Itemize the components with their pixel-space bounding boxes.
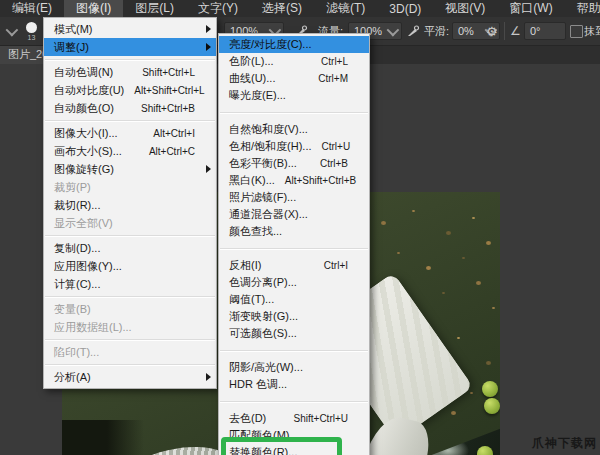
menu-item[interactable]: 曲线(U)... Ctrl+M	[219, 70, 369, 87]
menubar-item[interactable]: 图层(L)	[123, 0, 186, 17]
menu-item[interactable]: 渐变映射(G)...	[219, 308, 369, 325]
menu-item[interactable]: 黑白(K)... Alt+Shift+Ctrl+B	[219, 172, 369, 189]
menu-item-shortcut: Alt+Shift+Ctrl+L	[124, 85, 212, 96]
submenu-arrow-icon	[203, 165, 211, 173]
menu-item[interactable]: 替换颜色(R)...	[219, 444, 369, 455]
menu-item[interactable]: 颜色查找...	[219, 223, 369, 240]
submenu-arrow-icon	[203, 373, 211, 381]
menu-item-label: 曝光度(E)...	[229, 88, 286, 103]
menu-item[interactable]: 画布大小(S)... Alt+Ctrl+C	[44, 142, 216, 160]
chevron-down-icon	[6, 23, 19, 36]
photo-dark-corner	[62, 420, 144, 455]
menu-item[interactable]: 阴影/高光(W)...	[219, 359, 369, 376]
green-apple	[482, 381, 498, 397]
menu-item	[44, 117, 216, 124]
airbrush-icon	[406, 24, 420, 38]
menu-bar: 编辑(E) 图像(I) 图层(L) 文字(Y) 选择(S) 滤镜(T) 3D(D…	[0, 0, 600, 17]
menubar-item[interactable]: 窗口(W)	[497, 0, 564, 17]
menu-item[interactable]: 自动对比度(U) Alt+Shift+Ctrl+L	[44, 81, 216, 99]
tool-preset-chevron[interactable]	[6, 17, 15, 45]
menu-item-label: 通道混合器(X)...	[229, 207, 308, 222]
menu-item-label: 色阶(L)...	[229, 54, 274, 69]
menu-item-label: 颜色查找...	[229, 224, 282, 239]
menu-item[interactable]: 裁剪(P)	[44, 178, 216, 196]
menu-item[interactable]: 匹配颜色(M)	[219, 427, 369, 444]
menu-item	[44, 56, 216, 63]
menu-item-label: 自动颜色(O)	[54, 101, 114, 116]
brush-preview: 13	[26, 22, 37, 41]
menu-item-shortcut: Shift+Ctrl+U	[284, 413, 356, 424]
menu-item-label: HDR 色调...	[229, 377, 287, 392]
menu-item	[219, 104, 369, 121]
menu-item-label: 替换颜色(R)...	[229, 445, 297, 455]
smoothing-label: 平滑:	[424, 17, 449, 45]
menu-item[interactable]: 去色(D) Shift+Ctrl+U	[219, 410, 369, 427]
menu-item[interactable]: 通道混合器(X)...	[219, 206, 369, 223]
menu-item[interactable]: 自动颜色(O) Shift+Ctrl+B	[44, 99, 216, 117]
menu-item-label: 调整(J)	[54, 40, 89, 55]
menu-item[interactable]: 自动色调(N) Shift+Ctrl+L	[44, 63, 216, 81]
menu-item[interactable]: 曝光度(E)...	[219, 87, 369, 104]
menu-item[interactable]: 变量(B)	[44, 300, 216, 318]
menu-item-label: 黑白(K)...	[229, 173, 275, 188]
menubar-item[interactable]: 编辑(E)	[0, 0, 64, 17]
menu-item[interactable]: 亮度/对比度(C)...	[219, 36, 369, 53]
menubar-item[interactable]: 3D(D)	[377, 0, 433, 17]
menu-item-label: 复制(D)...	[54, 241, 100, 256]
smoothing-options-button[interactable]: ⚙	[486, 17, 498, 45]
menu-item[interactable]: 分析(A)	[44, 368, 216, 386]
menu-item[interactable]: 应用数据组(L)...	[44, 318, 216, 336]
menu-item[interactable]: 反相(I) Ctrl+I	[219, 257, 369, 274]
menu-item[interactable]: 裁切(R)...	[44, 196, 216, 214]
menu-item-label: 变量(B)	[54, 302, 91, 317]
erase-history-label: 抹到历史记录	[584, 17, 600, 45]
menu-item[interactable]: 色调分离(P)...	[219, 274, 369, 291]
menu-item[interactable]: 图像大小(I)... Alt+Ctrl+I	[44, 124, 216, 142]
menubar-item[interactable]: 滤镜(T)	[314, 0, 377, 17]
menubar-item[interactable]: 视图(V)	[433, 0, 497, 17]
menu-item[interactable]: 阈值(T)...	[219, 291, 369, 308]
menu-item-label: 反相(I)	[229, 258, 261, 273]
menu-item-label: 照片滤镜(F)...	[229, 190, 296, 205]
menu-item[interactable]: HDR 色调...	[219, 376, 369, 393]
menu-item-label: 模式(M)	[54, 22, 93, 37]
erase-history-checkbox[interactable]	[570, 17, 583, 45]
menu-item[interactable]: 图像旋转(G)	[44, 160, 216, 178]
menu-item	[44, 232, 216, 239]
smoothing-value: 0%	[458, 25, 474, 37]
menu-item-label: 渐变映射(G)...	[229, 309, 298, 324]
menu-item-label: 可选颜色(S)...	[229, 326, 297, 341]
brush-preset-picker[interactable]: 13	[26, 17, 37, 45]
menu-item	[219, 342, 369, 359]
menubar-item[interactable]: 文字(Y)	[186, 0, 250, 17]
menu-item-shortcut: Ctrl+B	[310, 158, 356, 169]
chevron-down-icon	[387, 23, 400, 36]
menubar-item[interactable]: 选择(S)	[250, 0, 314, 17]
menu-item[interactable]: 调整(J)	[44, 38, 216, 56]
menu-item[interactable]: 显示全部(V)	[44, 214, 216, 232]
menu-item[interactable]: 自然饱和度(V)...	[219, 121, 369, 138]
menu-item[interactable]: 陷印(T)...	[44, 343, 216, 361]
menu-item-label: 自然饱和度(V)...	[229, 122, 308, 137]
menu-item[interactable]: 计算(C)...	[44, 275, 216, 293]
toolbar-divider	[504, 17, 505, 45]
menu-item[interactable]: 色阶(L)... Ctrl+L	[219, 53, 369, 70]
menu-item[interactable]: 色相/饱和度(H)... Ctrl+U	[219, 138, 369, 155]
menu-item-label: 计算(C)...	[54, 277, 100, 292]
menu-item-shortcut: Ctrl+M	[308, 73, 356, 84]
menu-item[interactable]: 照片滤镜(F)...	[219, 189, 369, 206]
menu-item[interactable]: 复制(D)...	[44, 239, 216, 257]
menu-item[interactable]: 应用图像(Y)...	[44, 257, 216, 275]
menu-item	[44, 293, 216, 300]
menu-item-shortcut: Ctrl+L	[311, 56, 356, 67]
menubar-item[interactable]: 图像(I)	[64, 0, 123, 17]
menu-item-label: 匹配颜色(M)	[229, 428, 290, 443]
menu-item[interactable]: 色彩平衡(B)... Ctrl+B	[219, 155, 369, 172]
menu-item-label: 阈值(T)...	[229, 292, 274, 307]
menu-item[interactable]: 模式(M)	[44, 20, 216, 38]
angle-field[interactable]: 0°	[524, 17, 566, 45]
menu-item-label: 色调分离(P)...	[229, 275, 297, 290]
menu-item[interactable]: 可选颜色(S)...	[219, 325, 369, 342]
menubar-item[interactable]: 帮助(H)	[565, 0, 600, 17]
airbrush-flow-toggle[interactable]	[406, 17, 420, 45]
